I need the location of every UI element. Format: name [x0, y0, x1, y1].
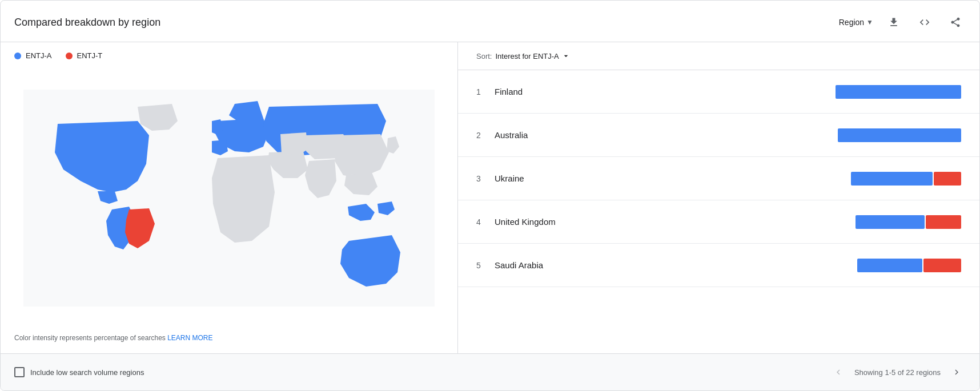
legend-dot-blue — [14, 53, 21, 59]
page-title: Compared breakdown by region — [14, 17, 160, 29]
low-volume-checkbox[interactable] — [14, 367, 25, 377]
content-area: ENTJ-A ENTJ-T — [1, 42, 979, 353]
bar-red — [934, 172, 961, 186]
checkbox-label: Include low search volume regions — [30, 368, 144, 377]
legend-label-entjt: ENTJ-T — [77, 51, 103, 60]
share-icon — [950, 17, 961, 28]
chevron-down-icon: ▼ — [866, 18, 873, 26]
widget-container: Compared breakdown by region Region ▼ — [0, 0, 980, 391]
sort-bar: Sort: Interest for ENTJ-A — [458, 42, 979, 70]
widget-header: Compared breakdown by region Region ▼ — [1, 1, 979, 42]
legend: ENTJ-A ENTJ-T — [14, 51, 444, 60]
legend-item-entjt: ENTJ-T — [66, 51, 103, 60]
download-button[interactable] — [883, 12, 904, 33]
row-bar-container — [620, 85, 961, 99]
table-row: 4 United Kingdom — [458, 200, 979, 244]
row-rank: 5 — [476, 261, 495, 270]
code-icon — [919, 17, 930, 28]
row-rank: 1 — [476, 87, 495, 96]
legend-item-entja: ENTJ-A — [14, 51, 52, 60]
sort-chevron-icon — [561, 51, 571, 61]
header-controls: Region ▼ — [839, 12, 966, 33]
bar-blue — [851, 172, 933, 186]
bar-blue — [838, 128, 961, 142]
bar-blue — [856, 215, 925, 229]
bar-red — [923, 259, 961, 272]
row-rank: 3 — [476, 174, 495, 183]
sort-label: Sort: — [476, 52, 492, 61]
region-dropdown[interactable]: Region ▼ — [839, 18, 873, 27]
bar-blue — [836, 85, 961, 99]
table-side: Sort: Interest for ENTJ-A 1 Finland 2 Au… — [458, 42, 979, 353]
row-bar-container — [620, 259, 961, 272]
chevron-left-icon — [833, 367, 844, 377]
footer: Include low search volume regions Showin… — [1, 353, 979, 390]
row-country-name: Saudi Arabia — [495, 260, 620, 270]
row-rank: 2 — [476, 131, 495, 140]
legend-label-entja: ENTJ-A — [26, 51, 52, 60]
chevron-right-icon — [951, 367, 962, 377]
table-row: 2 Australia — [458, 114, 979, 157]
map-container — [14, 67, 444, 329]
table-rows: 1 Finland 2 Australia 3 Ukraine 4 United… — [458, 70, 979, 353]
row-country-name: Australia — [495, 130, 620, 140]
table-row: 1 Finland — [458, 70, 979, 114]
learn-more-link[interactable]: LEARN MORE — [167, 334, 212, 342]
bar-blue — [857, 259, 922, 272]
row-bar-container — [620, 172, 961, 186]
download-icon — [888, 17, 899, 28]
map-side: ENTJ-A ENTJ-T — [1, 42, 457, 353]
table-row: 5 Saudi Arabia — [458, 244, 979, 287]
prev-page-button[interactable] — [829, 363, 848, 381]
row-bar-container — [620, 215, 961, 229]
row-rank: 4 — [476, 217, 495, 227]
row-country-name: Finland — [495, 87, 620, 96]
pagination-text: Showing 1-5 of 22 regions — [854, 368, 941, 377]
world-map — [23, 90, 435, 307]
sort-dropdown[interactable]: Interest for ENTJ-A — [495, 51, 570, 61]
checkbox-area[interactable]: Include low search volume regions — [14, 367, 144, 377]
row-country-name: United Kingdom — [495, 217, 620, 227]
region-label: Region — [839, 18, 864, 27]
next-page-button[interactable] — [947, 363, 966, 381]
legend-dot-red — [66, 53, 73, 59]
row-country-name: Ukraine — [495, 174, 620, 183]
row-bar-container — [620, 128, 961, 142]
share-button[interactable] — [945, 12, 966, 33]
embed-button[interactable] — [914, 12, 935, 33]
table-row: 3 Ukraine — [458, 157, 979, 200]
pagination: Showing 1-5 of 22 regions — [829, 363, 966, 381]
bar-red — [926, 215, 961, 229]
map-note: Color intensity represents percentage of… — [14, 334, 444, 344]
